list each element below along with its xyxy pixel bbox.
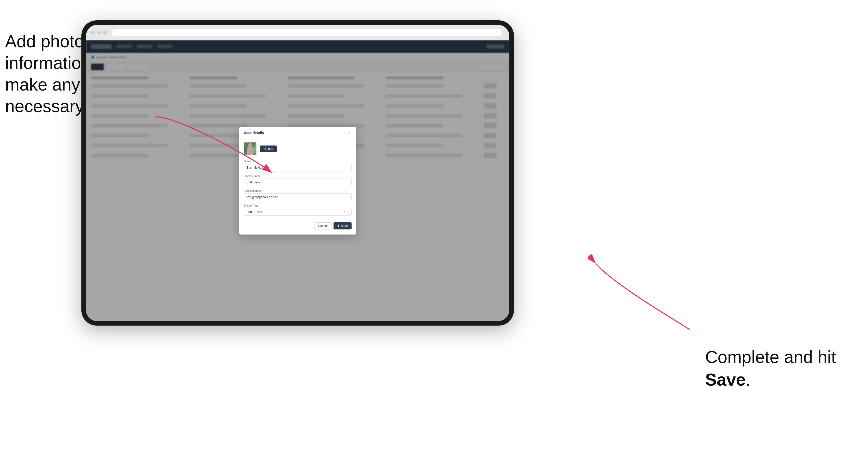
annotation-right-bold: Save (705, 370, 746, 389)
save-button[interactable]: ⬆ Save (334, 222, 351, 229)
annotation-right-end: . (746, 370, 750, 389)
browser-dot-2 (97, 31, 101, 34)
school-year-label: School Year (244, 204, 351, 207)
browser-dot-1 (91, 31, 95, 34)
modal-overlay: User details × Upload (86, 40, 509, 321)
browser-dot-3 (103, 31, 107, 34)
modal-close-button[interactable]: × (347, 130, 351, 135)
tablet-device: 👤 Account / Athletes (Pro) (82, 20, 514, 325)
annotation-right-text1: Complete and hit (705, 347, 836, 367)
email-label: Email address (244, 189, 351, 192)
email-field-group: Email address (244, 189, 351, 201)
browser-chrome (86, 25, 509, 40)
school-year-select[interactable]: First Year Second Year Third Year Fourth… (244, 208, 351, 216)
cancel-button[interactable]: Cancel (314, 222, 331, 229)
browser-url-bar (112, 29, 502, 36)
arrow-left-indicator (148, 110, 280, 181)
arrow-right-indicator (588, 253, 695, 335)
school-year-select-wrapper: First Year Second Year Third Year Fourth… (244, 208, 351, 216)
school-year-field-group: School Year First Year Second Year Third… (244, 204, 351, 216)
modal-footer: Cancel ⬆ Save (244, 219, 351, 229)
annotation-right: Complete and hit Save. (705, 346, 848, 391)
select-clear-icon[interactable]: × (344, 210, 345, 214)
save-label: Save (341, 224, 348, 228)
save-icon: ⬆ (337, 224, 340, 227)
email-input[interactable] (244, 193, 351, 201)
app-content: 👤 Account / Athletes (Pro) (86, 40, 509, 321)
